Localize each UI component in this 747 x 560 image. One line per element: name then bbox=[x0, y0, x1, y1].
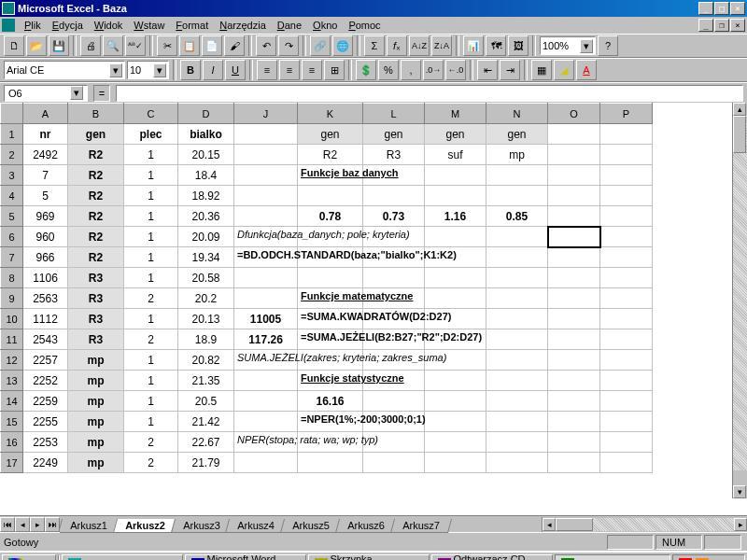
cell-A17[interactable]: 2249 bbox=[23, 453, 68, 473]
cell-B2[interactable]: R2 bbox=[68, 145, 124, 165]
cell-N13[interactable] bbox=[486, 371, 548, 391]
cell-D17[interactable]: 21.79 bbox=[178, 453, 234, 473]
doc-restore-button[interactable]: ❐ bbox=[714, 19, 729, 32]
cell-C12[interactable]: 1 bbox=[124, 350, 178, 371]
cell-B6[interactable]: R2 bbox=[68, 227, 124, 247]
cell-P13[interactable] bbox=[600, 371, 653, 391]
cell-B9[interactable]: R3 bbox=[68, 288, 124, 309]
cell-C7[interactable]: 1 bbox=[124, 247, 178, 268]
underline-button[interactable]: U bbox=[225, 60, 246, 80]
cell-B16[interactable]: mp bbox=[68, 432, 124, 453]
cell-O9[interactable] bbox=[548, 288, 600, 309]
row-header-16[interactable]: 16 bbox=[1, 432, 23, 453]
sheet-tab-arkusz7[interactable]: Arkusz7 bbox=[390, 519, 452, 533]
column-header-M[interactable]: M bbox=[425, 104, 486, 124]
cell-C5[interactable]: 1 bbox=[124, 206, 178, 227]
cell-P4[interactable] bbox=[600, 186, 653, 206]
format-painter-button[interactable]: 🖌 bbox=[224, 35, 245, 56]
cell-M7[interactable] bbox=[425, 247, 486, 268]
cell-L13[interactable] bbox=[363, 371, 425, 391]
cell-D15[interactable]: 21.42 bbox=[178, 412, 234, 432]
cell-M3[interactable] bbox=[425, 165, 486, 186]
cell-B10[interactable]: R3 bbox=[68, 309, 124, 329]
cell-P5[interactable] bbox=[600, 206, 653, 227]
cell-D11[interactable]: 18.9 bbox=[178, 329, 234, 350]
cell-O6[interactable] bbox=[548, 227, 600, 247]
cell-A2[interactable]: 2492 bbox=[23, 145, 68, 165]
cell-O8[interactable] bbox=[548, 268, 600, 288]
preview-button[interactable]: 🔍 bbox=[103, 35, 123, 56]
menu-okno[interactable]: Okno bbox=[307, 19, 343, 32]
sheet-tab-arkusz3[interactable]: Arkusz3 bbox=[171, 519, 233, 533]
cell-N5[interactable]: 0.85 bbox=[486, 206, 548, 227]
cell-A15[interactable]: 2255 bbox=[23, 412, 68, 432]
comma-button[interactable]: , bbox=[401, 60, 421, 80]
chevron-down-icon[interactable]: ▾ bbox=[580, 39, 593, 53]
cell-M10[interactable] bbox=[425, 309, 486, 329]
font-combo[interactable]: Arial CE▾ bbox=[4, 61, 125, 79]
cell-B17[interactable]: mp bbox=[68, 453, 124, 473]
menu-narzędzia[interactable]: Narzędzia bbox=[214, 19, 272, 32]
sheet-tab-arkusz1[interactable]: Arkusz1 bbox=[60, 519, 120, 533]
cell-N17[interactable] bbox=[486, 453, 548, 473]
cell-M6[interactable] bbox=[425, 227, 486, 247]
cell-P16[interactable] bbox=[600, 432, 653, 453]
cell-K8[interactable] bbox=[298, 268, 363, 288]
horizontal-scrollbar[interactable]: ◂ ▸ bbox=[542, 517, 747, 532]
formula-equals-button[interactable]: = bbox=[93, 85, 110, 102]
column-header-D[interactable]: D bbox=[178, 104, 234, 124]
font-size-combo[interactable]: 10▾ bbox=[127, 61, 169, 79]
cell-J15[interactable] bbox=[234, 412, 298, 432]
row-header-14[interactable]: 14 bbox=[1, 391, 23, 412]
taskbar-button[interactable]: Odtwarzacz CD - [0... bbox=[431, 554, 553, 560]
cell-M4[interactable] bbox=[425, 186, 486, 206]
cell-L3[interactable] bbox=[363, 165, 425, 186]
cell-P15[interactable] bbox=[600, 412, 653, 432]
cell-C16[interactable]: 2 bbox=[124, 432, 178, 453]
scroll-up-button[interactable]: ▴ bbox=[733, 103, 746, 116]
cell-J9[interactable] bbox=[234, 288, 298, 309]
cell-D1[interactable]: bialko bbox=[178, 124, 234, 145]
cell-A10[interactable]: 1112 bbox=[23, 309, 68, 329]
taskbar-button[interactable]: Microsoft Word - sta... bbox=[185, 554, 306, 560]
cell-A11[interactable]: 2543 bbox=[23, 329, 68, 350]
cell-D7[interactable]: 19.34 bbox=[178, 247, 234, 268]
cell-B8[interactable]: R3 bbox=[68, 268, 124, 288]
sheet-tab-arkusz2[interactable]: Arkusz2 bbox=[113, 519, 177, 533]
cell-K3[interactable]: Funkcje baz danych bbox=[298, 165, 363, 186]
cell-B12[interactable]: mp bbox=[68, 350, 124, 371]
align-left-button[interactable]: ≡ bbox=[257, 60, 277, 80]
cell-A7[interactable]: 966 bbox=[23, 247, 68, 268]
formula-input[interactable] bbox=[116, 85, 743, 102]
row-header-6[interactable]: 6 bbox=[1, 227, 23, 247]
cell-J12[interactable]: SUMA.JEŻELI(zakres; kryteria; zakres_sum… bbox=[234, 350, 298, 371]
map-button[interactable]: 🗺 bbox=[486, 35, 506, 56]
cell-N7[interactable] bbox=[486, 247, 548, 268]
font-color-button[interactable]: A bbox=[576, 60, 597, 80]
cell-O7[interactable] bbox=[548, 247, 600, 268]
row-header-17[interactable]: 17 bbox=[1, 453, 23, 473]
cell-C1[interactable]: plec bbox=[124, 124, 178, 145]
column-header-P[interactable]: P bbox=[600, 104, 653, 124]
cell-O16[interactable] bbox=[548, 432, 600, 453]
scroll-right-button[interactable]: ▸ bbox=[734, 518, 747, 531]
cell-N14[interactable] bbox=[486, 391, 548, 412]
close-button[interactable]: × bbox=[730, 2, 745, 15]
cell-K15[interactable]: =NPER(1%;-200;3000;0;1) bbox=[298, 412, 363, 432]
cell-K4[interactable] bbox=[298, 186, 363, 206]
cell-C14[interactable]: 1 bbox=[124, 391, 178, 412]
scroll-thumb[interactable] bbox=[733, 116, 746, 153]
copy-button[interactable]: 📋 bbox=[179, 35, 200, 56]
function-button[interactable]: fₓ bbox=[387, 35, 407, 56]
cell-J6[interactable]: Dfunkcja(baza_danych; pole; kryteria) bbox=[234, 227, 298, 247]
print-button[interactable]: 🖨 bbox=[80, 35, 101, 56]
autosum-button[interactable]: Σ bbox=[364, 35, 385, 56]
cell-B15[interactable]: mp bbox=[68, 412, 124, 432]
cell-N11[interactable] bbox=[486, 329, 548, 350]
redo-button[interactable]: ↷ bbox=[278, 35, 299, 56]
cell-L8[interactable] bbox=[363, 268, 425, 288]
select-all-corner[interactable] bbox=[1, 104, 23, 124]
paste-button[interactable]: 📄 bbox=[202, 35, 222, 56]
cell-O13[interactable] bbox=[548, 371, 600, 391]
cell-P11[interactable] bbox=[600, 329, 653, 350]
